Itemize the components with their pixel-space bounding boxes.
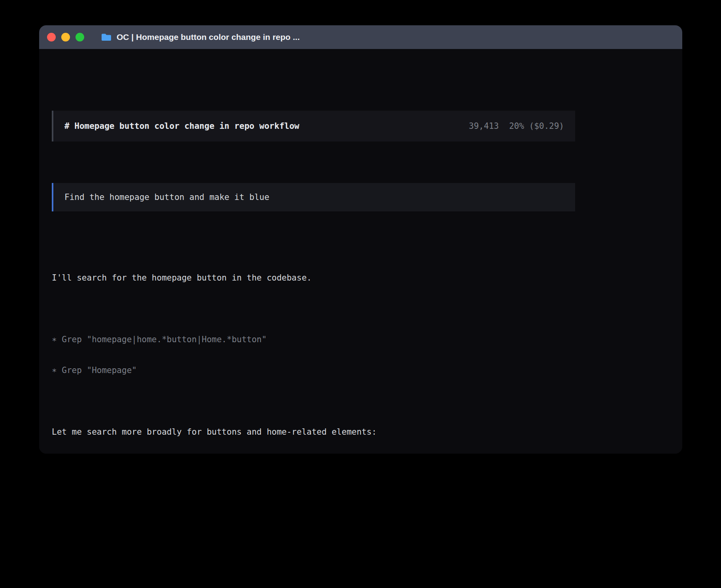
user-message-text: Find the homepage button and make it blu… [64,192,269,202]
context-usage: 20% ($0.29) [509,121,564,131]
tool-call-line: ∗ Grep "homepage|home.*button|Home.*butt… [52,334,542,345]
session-stats: 39,413 20% ($0.29) [469,121,564,131]
assistant-text-line: I'll search for the homepage button in t… [52,273,542,283]
folder-icon [101,33,112,41]
session-header: # Homepage button color change in repo w… [52,111,575,141]
session-title: # Homepage button color change in repo w… [64,121,299,131]
token-count: 39,413 [469,121,499,131]
close-button[interactable] [47,33,56,41]
zoom-button[interactable] [75,33,84,41]
titlebar[interactable]: OC | Homepage button color change in rep… [39,25,682,49]
window-title: OC | Homepage button color change in rep… [117,32,300,42]
terminal-window: OC | Homepage button color change in rep… [39,25,682,454]
terminal-content: # Homepage button color change in repo w… [39,49,682,454]
traffic-lights [47,33,84,41]
tool-call-line: ∗ Grep "Homepage" [52,365,542,375]
minimize-button[interactable] [61,33,70,41]
assistant-text-line: Let me search more broadly for buttons a… [52,427,542,437]
user-message: Find the homepage button and make it blu… [52,183,575,211]
transcript: I'll search for the homepage button in t… [52,252,542,454]
